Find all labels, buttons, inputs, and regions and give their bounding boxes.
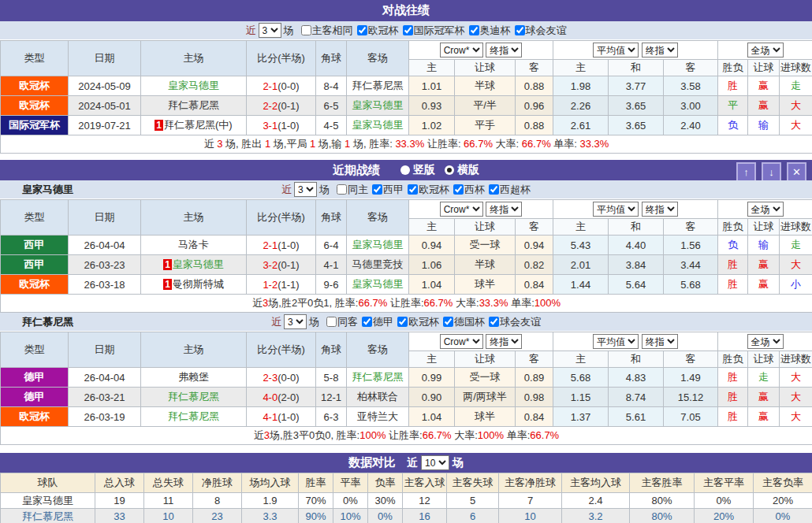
filter-check-sameaway[interactable]: 同客: [322, 315, 358, 329]
cell-home-team[interactable]: 拜仁慕尼黑: [141, 407, 247, 427]
odds-final-select[interactable]: 终指: [486, 43, 522, 57]
cell-away-team[interactable]: 皇家马德里: [347, 96, 409, 116]
cell-away-team[interactable]: 柏林联合: [347, 388, 409, 407]
avg-dropdown-cell: 平均值 终指: [553, 332, 718, 351]
horizontal-layout-label[interactable]: 横版: [457, 163, 479, 177]
league-checkbox[interactable]: [469, 25, 479, 35]
cell-result-goals: 大: [780, 368, 812, 388]
filter-check-supercopa[interactable]: 西超杯: [485, 183, 531, 197]
cell-away-team[interactable]: 皇家马德里: [347, 236, 409, 255]
cell-home-team[interactable]: 1曼彻斯特城: [141, 275, 247, 295]
horizontal-layout-radio[interactable]: [445, 165, 454, 175]
odds-final-select[interactable]: 终指: [486, 334, 522, 349]
subcol-odds-home: 主: [409, 219, 455, 236]
cell-league: 欧冠杯: [1, 407, 69, 427]
league-checkbox[interactable]: [489, 317, 499, 327]
cell-avg-home: 2.61: [553, 116, 609, 135]
fulltime-select[interactable]: 全场: [747, 334, 784, 349]
league-checkbox[interactable]: [372, 184, 382, 195]
subcol-avg-draw: 和: [609, 351, 664, 368]
cell-score: 2-2(0-1): [247, 96, 316, 116]
cell-away-team[interactable]: 亚特兰大: [347, 407, 409, 427]
cell-away-team[interactable]: 拜仁慕尼黑: [347, 368, 409, 388]
cmp-value: 10: [499, 509, 562, 523]
cmp-value: 3.3: [242, 509, 299, 523]
league-checkbox[interactable]: [408, 184, 418, 195]
league-checkbox[interactable]: [357, 25, 367, 35]
near-label: 近: [271, 315, 281, 329]
league-checkbox[interactable]: [489, 184, 499, 195]
odds-final-select[interactable]: 终指: [486, 202, 522, 217]
league-checkbox[interactable]: [453, 184, 464, 195]
fulltime-select[interactable]: 全场: [747, 202, 784, 217]
odds-company-select[interactable]: Crow*: [440, 334, 483, 349]
cell-result-handicap: 赢: [748, 255, 780, 275]
filter-check-same[interactable]: 主客相同: [297, 24, 353, 38]
filter-check-bundesliga[interactable]: 德甲: [358, 315, 393, 329]
filter-check-ucl[interactable]: 欧冠杯: [404, 183, 449, 197]
filter-check-samehome[interactable]: 同主: [333, 183, 368, 197]
compare-rounds-select[interactable]: 10: [421, 455, 449, 470]
avg-select[interactable]: 平均值: [593, 43, 639, 57]
move-down-icon[interactable]: ↓: [762, 162, 781, 182]
cell-home-team[interactable]: 皇家马德里: [141, 76, 247, 96]
avg-final-select[interactable]: 终指: [642, 334, 678, 349]
cell-away-team[interactable]: 马德里竞技: [347, 255, 409, 275]
checkbox-label: 国际冠军杯: [414, 24, 465, 36]
cell-home-team[interactable]: 1皇家马德里: [141, 255, 247, 275]
vertical-layout-label[interactable]: 竖版: [413, 163, 435, 177]
cell-home-team[interactable]: 马洛卡: [141, 236, 247, 255]
league-checkbox[interactable]: [362, 317, 372, 327]
rm-rounds-select[interactable]: 3: [294, 182, 317, 197]
filter-check-friendly[interactable]: 球会友谊: [485, 315, 541, 329]
col-score: 比分(半场): [247, 200, 316, 236]
vertical-layout-radio[interactable]: [400, 165, 410, 175]
cmp-value: 7: [499, 493, 562, 509]
by-rounds-select[interactable]: 3: [284, 314, 307, 329]
avg-final-select[interactable]: 终指: [642, 43, 678, 57]
filter-check-audi[interactable]: 奥迪杯: [465, 24, 511, 38]
odds-company-select[interactable]: Crow*: [440, 202, 483, 217]
avg-select[interactable]: 平均值: [593, 334, 639, 349]
avg-final-select[interactable]: 终指: [642, 202, 678, 217]
cell-away-team[interactable]: 皇家马德里: [347, 275, 409, 295]
close-icon[interactable]: ✕: [787, 162, 806, 182]
filter-check-pokal[interactable]: 德国杯: [439, 315, 485, 329]
cmp-team-name[interactable]: 皇家马德里: [1, 493, 95, 509]
filter-check-icc[interactable]: 国际冠军杯: [399, 24, 465, 38]
filter-check-laliga[interactable]: 西甲: [368, 183, 404, 197]
filter-check-ucl[interactable]: 欧冠杯: [353, 24, 399, 38]
avg-select[interactable]: 平均值: [593, 202, 639, 217]
filter-check-ucl[interactable]: 欧冠杯: [393, 315, 439, 329]
same-home-checkbox[interactable]: [337, 184, 347, 195]
cell-home-team[interactable]: 拜仁慕尼黑: [141, 388, 247, 407]
cmp-value: 80%: [630, 509, 695, 523]
same-home-away-checkbox[interactable]: [301, 25, 311, 35]
cmp-col-ha-win-rate: 主客胜率: [630, 473, 695, 493]
cell-avg-draw: 3.77: [609, 76, 664, 96]
league-checkbox[interactable]: [403, 25, 413, 35]
cell-home-team[interactable]: 弗赖堡: [141, 368, 247, 388]
filter-check-copa[interactable]: 西杯: [449, 183, 485, 197]
cmp-team-name[interactable]: 拜仁慕尼黑: [1, 509, 95, 523]
by-table: 类型 日期 主场 比分(半场) 角球 客场 Crow* 终指 平均值 终指 全场…: [0, 332, 812, 445]
league-checkbox[interactable]: [397, 317, 408, 327]
cell-away-team[interactable]: 拜仁慕尼黑: [347, 76, 409, 96]
cell-home-team[interactable]: 拜仁慕尼黑: [141, 96, 247, 116]
league-checkbox[interactable]: [443, 317, 453, 327]
cell-odds-home: 0.94: [409, 236, 455, 255]
odds-company-select[interactable]: Crow*: [440, 43, 483, 57]
recent-title-bar: 近期战绩 竖版 横版 ↑ ↓ ✕: [0, 160, 812, 180]
cmp-col-ha-goals-for: 主客入球: [403, 473, 447, 493]
cmp-value: 1.9: [242, 493, 299, 509]
move-up-icon[interactable]: ↑: [736, 162, 756, 182]
cmp-value: 0%: [333, 493, 368, 509]
filter-check-friendly[interactable]: 球会友谊: [511, 24, 567, 38]
same-away-checkbox[interactable]: [326, 317, 337, 327]
fulltime-select[interactable]: 全场: [747, 43, 784, 57]
h2h-rounds-select[interactable]: 3: [259, 23, 281, 38]
cell-odds-away: 0.94: [516, 236, 553, 255]
cell-away-team[interactable]: 皇家马德里: [347, 116, 409, 135]
cell-home-team[interactable]: 1拜仁慕尼黑(中): [141, 116, 247, 135]
league-checkbox[interactable]: [515, 25, 525, 35]
